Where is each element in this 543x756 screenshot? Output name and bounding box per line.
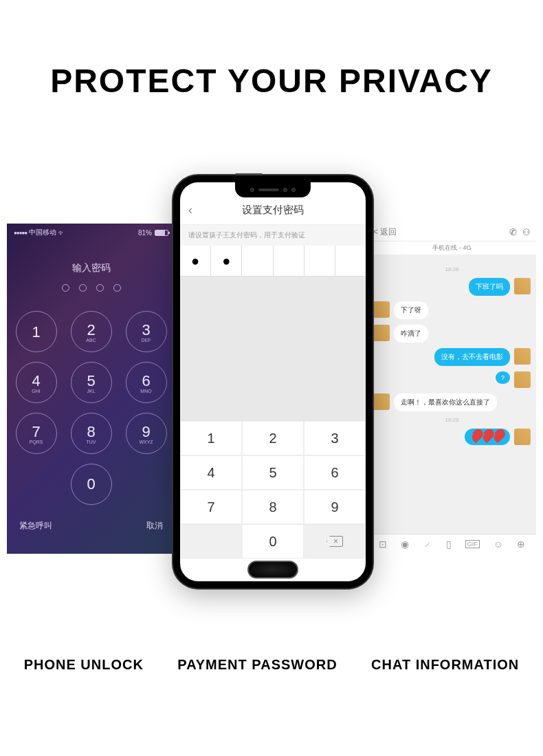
spacer bbox=[180, 277, 366, 421]
label-unlock: PHONE UNLOCK bbox=[24, 657, 144, 673]
chat-header: < 返回 ✆ ⚇ bbox=[368, 224, 536, 241]
phone-icon[interactable]: ✆ bbox=[509, 227, 517, 237]
gif-icon[interactable]: GIF bbox=[465, 540, 480, 548]
payment-subtitle: 请设置孩子王支付密码，用于支付验证 bbox=[180, 225, 366, 246]
phone-notch bbox=[235, 182, 311, 197]
numkey-empty bbox=[180, 524, 242, 559]
cancel-link[interactable]: 取消 bbox=[146, 520, 163, 532]
avatar[interactable] bbox=[514, 429, 531, 445]
back-link[interactable]: < 返回 bbox=[373, 226, 397, 238]
numkey-7[interactable]: 7 bbox=[180, 490, 242, 524]
payment-phone: ‹ 设置支付密码 请设置孩子王支付密码，用于支付验证 ● ● 1 2 3 bbox=[173, 175, 373, 588]
feature-labels: PHONE UNLOCK PAYMENT PASSWORD CHAT INFOR… bbox=[0, 657, 543, 673]
pin-indicator bbox=[7, 284, 175, 292]
wifi-icon: ᯤ bbox=[58, 229, 65, 237]
key-2[interactable]: 2ABC bbox=[71, 311, 112, 352]
emoji-icon[interactable]: ☺ bbox=[494, 539, 503, 550]
avatar[interactable] bbox=[514, 348, 531, 365]
numkey-8[interactable]: 8 bbox=[242, 490, 304, 524]
pin-digit: ● bbox=[180, 246, 211, 276]
heart-emoji-bubble bbox=[465, 429, 510, 445]
chat-screen: < 返回 ✆ ⚇ 手机在线 - 4G 18:26 下班了吗 下了呀 咋滴了 没有… bbox=[368, 224, 536, 554]
backspace-icon bbox=[326, 536, 343, 547]
pin-input[interactable]: ● ● bbox=[180, 246, 366, 277]
battery-icon bbox=[155, 230, 168, 236]
heart-icon bbox=[470, 431, 483, 443]
numkey-6[interactable]: 6 bbox=[304, 455, 366, 490]
voice-icon[interactable]: ⟋ bbox=[423, 539, 432, 550]
message-in: 咋滴了 bbox=[373, 325, 531, 343]
emergency-call-link[interactable]: 紧急呼叫 bbox=[19, 520, 52, 532]
avatar[interactable] bbox=[373, 393, 390, 410]
profile-icon[interactable]: ⚇ bbox=[522, 227, 531, 237]
key-8[interactable]: 8TUV bbox=[71, 413, 112, 454]
message-in: 下了呀 bbox=[373, 301, 531, 319]
timestamp: 18:26 bbox=[373, 266, 531, 272]
pin-digit bbox=[274, 246, 304, 276]
label-chat: CHAT INFORMATION bbox=[371, 657, 519, 673]
heart-icon bbox=[492, 431, 505, 443]
phone-screen: ‹ 设置支付密码 请设置孩子王支付密码，用于支付验证 ● ● 1 2 3 bbox=[180, 182, 366, 581]
avatar[interactable] bbox=[514, 371, 531, 388]
numkey-4[interactable]: 4 bbox=[180, 455, 242, 490]
input-toolbar: ⊡ ◉ ⟋ ▯ GIF ☺ ⊕ bbox=[368, 534, 536, 554]
redpacket-icon[interactable]: ▯ bbox=[446, 539, 452, 550]
camera-icon[interactable]: ◉ bbox=[401, 539, 409, 550]
timestamp: 18:28 bbox=[373, 417, 531, 423]
message-in: 走啊！，最喜欢你这么直接了 bbox=[373, 393, 531, 411]
payment-title: 设置支付密码 bbox=[188, 204, 357, 217]
key-9[interactable]: 9WXYZ bbox=[126, 413, 167, 454]
key-1[interactable]: 1 bbox=[16, 311, 57, 352]
key-5[interactable]: 5JKL bbox=[71, 362, 112, 403]
numkey-3[interactable]: 3 bbox=[304, 421, 366, 455]
avatar[interactable] bbox=[373, 325, 390, 341]
numkey-1[interactable]: 1 bbox=[180, 421, 242, 455]
numpad: 1 2 3 4 5 6 7 8 9 0 bbox=[180, 421, 366, 559]
pin-digit bbox=[335, 246, 366, 276]
battery-pct: 81% bbox=[138, 229, 152, 237]
message-out-hearts bbox=[373, 429, 531, 445]
key-0[interactable]: 0 bbox=[71, 464, 112, 505]
numkey-9[interactable]: 9 bbox=[304, 490, 366, 524]
lock-screen: ●●●●● 中国移动 ᯤ 81% 输入密码 1 2ABC 3DEF 4GHI 5… bbox=[7, 224, 175, 554]
pin-digit: ● bbox=[211, 246, 242, 276]
pin-digit bbox=[242, 246, 273, 276]
carrier-label: 中国移动 bbox=[29, 228, 56, 237]
avatar[interactable] bbox=[373, 301, 390, 318]
status-bar: ●●●●● 中国移动 ᯤ 81% bbox=[7, 224, 175, 241]
numkey-5[interactable]: 5 bbox=[242, 455, 304, 490]
phone-frame: ‹ 设置支付密码 请设置孩子王支付密码，用于支付验证 ● ● 1 2 3 bbox=[173, 175, 373, 588]
phones-container: ●●●●● 中国移动 ᯤ 81% 输入密码 1 2ABC 3DEF 4GHI 5… bbox=[0, 175, 543, 616]
signal-dots-icon: ●●●●● bbox=[14, 230, 27, 236]
key-6[interactable]: 6MNO bbox=[126, 362, 167, 403]
lock-keypad: 1 2ABC 3DEF 4GHI 5JKL 6MNO 7PQRS 8TUV 9W… bbox=[7, 311, 175, 505]
key-7[interactable]: 7PQRS bbox=[16, 413, 57, 454]
home-button[interactable] bbox=[247, 561, 298, 579]
plus-icon[interactable]: ⊕ bbox=[517, 539, 525, 550]
key-4[interactable]: 4GHI bbox=[16, 362, 57, 403]
numkey-delete[interactable] bbox=[304, 524, 366, 559]
status-subtitle: 手机在线 - 4G bbox=[368, 241, 536, 255]
heart-icon bbox=[481, 431, 494, 443]
pin-digit bbox=[304, 246, 335, 276]
message-out: 没有，去不去看电影 bbox=[373, 348, 531, 366]
numkey-2[interactable]: 2 bbox=[242, 421, 304, 455]
image-icon[interactable]: ⊡ bbox=[379, 539, 387, 550]
key-3[interactable]: 3DEF bbox=[126, 311, 167, 352]
label-payment: PAYMENT PASSWORD bbox=[177, 657, 337, 673]
avatar[interactable] bbox=[514, 278, 531, 294]
message-out: ? bbox=[373, 371, 531, 388]
numkey-0[interactable]: 0 bbox=[242, 524, 304, 559]
main-title: PROTECT YOUR PRIVACY bbox=[0, 62, 543, 100]
lock-title: 输入密码 bbox=[7, 262, 175, 274]
message-out: 下班了吗 bbox=[373, 278, 531, 296]
